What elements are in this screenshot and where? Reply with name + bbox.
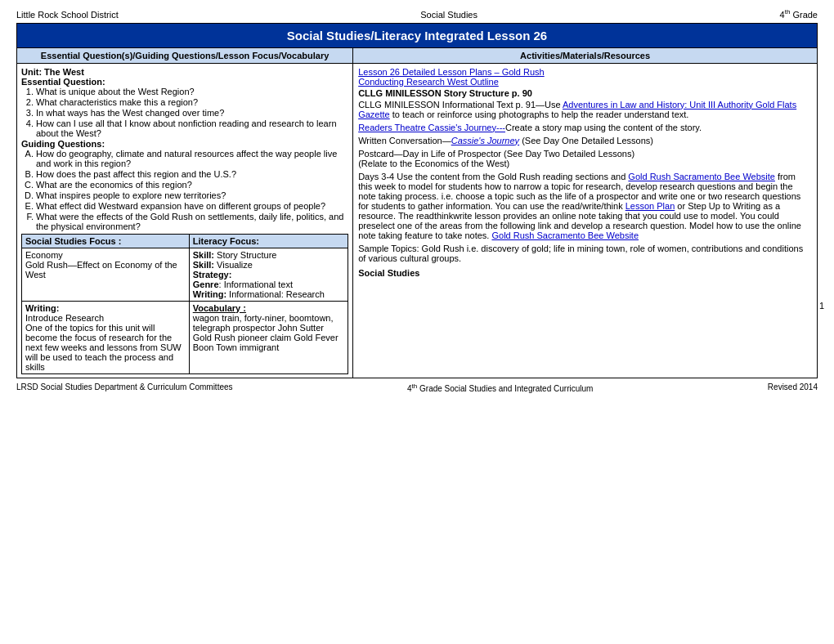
vocab-text: wagon train, forty-niner, boomtown, tele… [193, 313, 344, 352]
right-para2: Written Conversation—Cassie's Journey (S… [358, 136, 812, 145]
left-column: Unit: The West Essential Question: What … [17, 63, 353, 378]
focus-table: Social Studies Focus : Literacy Focus: E… [21, 234, 348, 374]
header-right: 4th Grade [780, 8, 818, 20]
genre: Genre: Informational text [193, 280, 344, 289]
lit-focus-label: Literacy Focus: [189, 234, 348, 248]
right-link1[interactable]: Lesson 26 Detailed Lesson Plans – Gold R… [358, 67, 812, 77]
gq-item-a: How do geography, climate and natural re… [36, 149, 348, 168]
writing2-label: Writing: [25, 303, 186, 313]
main-content: Social Studies/Literacy Integrated Lesso… [16, 23, 818, 378]
strategy: Strategy: [193, 270, 344, 280]
eq-item-4: How can I use all that I know about nonf… [36, 119, 348, 138]
skill2: Skill: Visualize [193, 260, 344, 270]
skill1: Skill: Story Structure [193, 250, 344, 260]
title-row: Social Studies/Literacy Integrated Lesso… [17, 23, 818, 47]
header-left: Little Rock School District [16, 10, 119, 20]
writing2-text: Introduce ResearchOne of the topics for … [25, 313, 186, 372]
gq-list: How do geography, climate and natural re… [36, 149, 348, 231]
focus-header-row: Social Studies Focus : Literacy Focus: [22, 234, 348, 248]
vocab-label: Vocabulary : [193, 303, 344, 313]
col-right-header: Activities/Materials/Resources [353, 47, 818, 63]
footer-left: LRSD Social Studies Department & Curricu… [16, 382, 233, 393]
eq-list: What is unique about the West Region? Wh… [36, 87, 348, 138]
lesson-title: Social Studies/Literacy Integrated Lesso… [17, 23, 818, 47]
eq-item-3: In what ways has the West changed over t… [36, 108, 348, 118]
main-table: Social Studies/Literacy Integrated Lesso… [16, 23, 818, 378]
col-header-row: Essential Question(s)/Guiding Questions/… [17, 47, 818, 63]
gq-item-b: How does the past affect this region and… [36, 169, 348, 179]
footer-center: 4th Grade Social Studies and Integrated … [407, 382, 593, 393]
right-para1: CLLG MINILESSON Informational Text p. 91… [358, 100, 812, 119]
eq-item-2: What characteristics make this a region? [36, 97, 348, 107]
essential-question-label: Essential Question: [21, 77, 348, 87]
page-footer: LRSD Social Studies Department & Curricu… [16, 382, 818, 393]
gq-item-e: What effect did Westward expansion have … [36, 201, 348, 211]
ss-focus-content: Economy Gold Rush—Effect on Economy of t… [22, 248, 190, 301]
right-para5: Sample Topics: Gold Rush i.e. discovery … [358, 244, 812, 263]
right-para3: Postcard—Day in Life of Prospector (See … [358, 149, 812, 168]
right-column: Lesson 26 Detailed Lesson Plans – Gold R… [353, 63, 818, 378]
header-center: Social Studies [420, 10, 478, 20]
main-content-row: Unit: The West Essential Question: What … [17, 63, 818, 378]
eq-item-1: What is unique about the West Region? [36, 87, 348, 96]
guiding-label: Guiding Questions: [21, 139, 348, 149]
writing2-cell: Writing: Introduce ResearchOne of the to… [22, 301, 190, 373]
ss-focus-item-2: Gold Rush—Effect on Economy of the West [25, 260, 186, 280]
gq-item-c: What are the economics of this region? [36, 180, 348, 190]
writing: Writing: Informational: Research [193, 289, 344, 299]
gq-item-f: What were the effects of the Gold Rush o… [36, 212, 348, 231]
right-bold1: CLLG MINILESSON Story Structure p. 90 [358, 88, 812, 98]
gq-item-d: What inspires people to explore new terr… [36, 190, 348, 200]
ss-focus-label: Social Studies Focus : [22, 234, 190, 248]
right-bold2: Social Studies [358, 268, 812, 278]
writing-vocab-row: Writing: Introduce ResearchOne of the to… [22, 301, 348, 373]
footer-right: Revised 2014 [768, 382, 818, 393]
right-link2[interactable]: Conducting Research West Outline [358, 77, 812, 87]
page-number: 1 [819, 301, 824, 311]
col-left-header: Essential Question(s)/Guiding Questions/… [17, 47, 353, 63]
page-header: Little Rock School District Social Studi… [16, 8, 818, 20]
right-link3: Readers Theatre Cassie's Journey---Creat… [358, 123, 812, 132]
vocab-cell: Vocabulary : wagon train, forty-niner, b… [189, 301, 348, 373]
right-para4: Days 3-4 Use the content from the Gold R… [358, 172, 812, 240]
focus-content-row: Economy Gold Rush—Effect on Economy of t… [22, 248, 348, 301]
lit-focus-content: Skill: Story Structure Skill: Visualize … [189, 248, 348, 301]
unit-title: Unit: The West [21, 67, 348, 77]
ss-focus-item-1: Economy [25, 250, 186, 260]
